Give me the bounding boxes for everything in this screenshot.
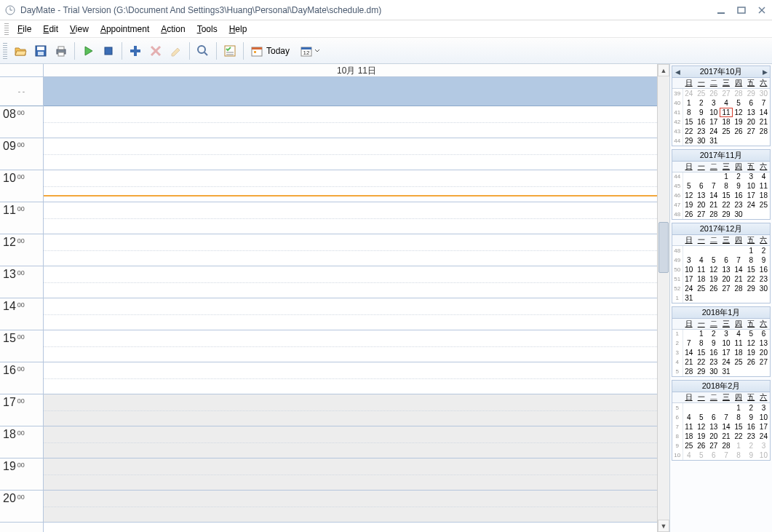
calendar-day[interactable]: 20 bbox=[720, 274, 732, 284]
calendar-day[interactable]: 12 bbox=[733, 108, 745, 117]
calendar-day[interactable]: 10 bbox=[745, 181, 757, 191]
calendar-day[interactable]: 29 bbox=[720, 210, 732, 219]
calendar-day[interactable]: 28 bbox=[683, 367, 695, 376]
calendar-day[interactable]: 9 bbox=[757, 255, 770, 265]
hour-body[interactable] bbox=[44, 394, 657, 426]
calendar-day[interactable]: 13 bbox=[695, 191, 707, 200]
calendar-day[interactable]: 13 bbox=[745, 108, 757, 117]
toolbar-grip[interactable] bbox=[3, 43, 7, 59]
calendar-day[interactable]: 6 bbox=[695, 181, 707, 191]
calendar-day[interactable]: 27 bbox=[757, 357, 770, 367]
open-button[interactable] bbox=[10, 41, 31, 61]
hour-row[interactable]: 1000 bbox=[0, 170, 657, 202]
calendar-day[interactable]: 31 bbox=[720, 367, 732, 376]
hour-row[interactable]: 0900 bbox=[0, 138, 657, 170]
calendar-day[interactable]: 23 bbox=[757, 274, 770, 284]
menu-help[interactable]: Help bbox=[223, 23, 253, 36]
calendar-day[interactable]: 23 bbox=[695, 127, 707, 136]
calendar-day[interactable]: 18 bbox=[733, 348, 745, 357]
calendar-day[interactable]: 17 bbox=[745, 191, 757, 200]
allday-row[interactable] bbox=[44, 77, 669, 106]
calendar-day[interactable]: 6 bbox=[745, 98, 757, 108]
hour-row[interactable]: 1400 bbox=[0, 298, 657, 330]
calendar-day[interactable]: 26 bbox=[745, 357, 757, 367]
calendar-day[interactable]: 5 bbox=[683, 181, 695, 191]
scroll-thumb[interactable] bbox=[658, 222, 669, 273]
calendar-day[interactable]: 23 bbox=[745, 432, 757, 441]
calendar-day[interactable]: 4 bbox=[720, 98, 732, 108]
calendar-day[interactable]: 24 bbox=[707, 127, 720, 136]
calendar-day[interactable]: 15 bbox=[720, 191, 732, 200]
calendar-day[interactable]: 3 bbox=[720, 329, 732, 338]
calendar-day[interactable]: 26 bbox=[707, 284, 720, 293]
hour-body[interactable] bbox=[44, 234, 657, 266]
calendar-day[interactable]: 29 bbox=[745, 284, 757, 293]
calendar-day[interactable]: 5 bbox=[695, 450, 707, 460]
calendar-day[interactable]: 14 bbox=[733, 265, 745, 274]
calendar-day[interactable]: 27 bbox=[707, 441, 720, 450]
calendar-day[interactable]: 14 bbox=[720, 422, 732, 432]
calendar-day[interactable]: 11 bbox=[720, 108, 732, 117]
calendar-day[interactable]: 20 bbox=[695, 200, 707, 210]
calendar-day[interactable]: 15 bbox=[683, 117, 695, 127]
calendar-day[interactable]: 16 bbox=[757, 265, 770, 274]
calendar-day[interactable]: 21 bbox=[707, 200, 720, 210]
calendar-day[interactable]: 30 bbox=[757, 284, 770, 293]
calendar-day[interactable]: 24 bbox=[720, 357, 732, 367]
calendar-day[interactable]: 17 bbox=[707, 117, 720, 127]
calendar-day[interactable]: 26 bbox=[733, 127, 745, 136]
calendar-day[interactable]: 24 bbox=[745, 200, 757, 210]
calendar-day[interactable]: 1 bbox=[733, 403, 745, 413]
calendar-day[interactable]: 14 bbox=[707, 191, 720, 200]
hour-body[interactable] bbox=[44, 170, 657, 202]
calendar-day[interactable]: 3 bbox=[683, 255, 695, 265]
calendar-day[interactable]: 6 bbox=[707, 450, 720, 460]
calendar-day[interactable]: 16 bbox=[695, 117, 707, 127]
hour-body[interactable] bbox=[44, 362, 657, 394]
calendar-day[interactable]: 15 bbox=[695, 348, 707, 357]
calendar-day[interactable]: 10 bbox=[683, 265, 695, 274]
menu-edit[interactable]: Edit bbox=[37, 23, 64, 36]
calendar-day[interactable]: 16 bbox=[745, 422, 757, 432]
scroll-down-button[interactable]: ▼ bbox=[658, 520, 669, 532]
calendar-day[interactable]: 7 bbox=[757, 98, 770, 108]
hour-body[interactable] bbox=[44, 138, 657, 170]
calendar-day[interactable]: 14 bbox=[757, 108, 770, 117]
play-button[interactable] bbox=[78, 41, 98, 61]
hour-row[interactable]: 1900 bbox=[0, 458, 657, 491]
calendar-day[interactable]: 5 bbox=[707, 255, 720, 265]
calendar-day[interactable]: 25 bbox=[733, 357, 745, 367]
calendar-day[interactable]: 7 bbox=[733, 255, 745, 265]
calendar-day[interactable]: 10 bbox=[757, 413, 770, 422]
calendar-day[interactable]: 11 bbox=[683, 422, 695, 432]
hour-body[interactable] bbox=[44, 426, 657, 458]
hour-body[interactable] bbox=[44, 458, 657, 490]
calendar-day[interactable]: 25 bbox=[683, 441, 695, 450]
calendar-day[interactable]: 26 bbox=[707, 89, 720, 98]
calendar-day[interactable]: 6 bbox=[757, 329, 770, 338]
calendar-day[interactable]: 19 bbox=[707, 274, 720, 284]
calendar-day[interactable]: 3 bbox=[745, 172, 757, 181]
calendar-day[interactable]: 27 bbox=[720, 89, 732, 98]
calendar-day[interactable]: 14 bbox=[683, 348, 695, 357]
calendar-day[interactable]: 27 bbox=[720, 284, 732, 293]
menu-view[interactable]: View bbox=[64, 23, 95, 36]
calendar-day[interactable]: 2 bbox=[707, 329, 720, 338]
calendar-day[interactable]: 12 bbox=[745, 338, 757, 348]
today-button[interactable]: Today bbox=[247, 41, 296, 61]
calendar-day[interactable]: 9 bbox=[745, 450, 757, 460]
hour-row[interactable]: 1700 bbox=[0, 394, 657, 426]
calendar-day[interactable]: 25 bbox=[757, 200, 770, 210]
calendar-day[interactable]: 13 bbox=[720, 265, 732, 274]
calendar-day[interactable]: 8 bbox=[720, 181, 732, 191]
calendar-day[interactable]: 15 bbox=[733, 422, 745, 432]
calendar-day[interactable]: 7 bbox=[720, 413, 732, 422]
calendar-day[interactable]: 12 bbox=[707, 265, 720, 274]
menu-file[interactable]: File bbox=[12, 23, 37, 36]
calendar-day[interactable]: 22 bbox=[733, 432, 745, 441]
calendar-day[interactable]: 17 bbox=[683, 274, 695, 284]
calendar-day[interactable]: 5 bbox=[733, 98, 745, 108]
hour-row[interactable]: 1800 bbox=[0, 426, 657, 458]
calendar-day[interactable]: 2 bbox=[695, 98, 707, 108]
calendar-day[interactable]: 9 bbox=[733, 181, 745, 191]
